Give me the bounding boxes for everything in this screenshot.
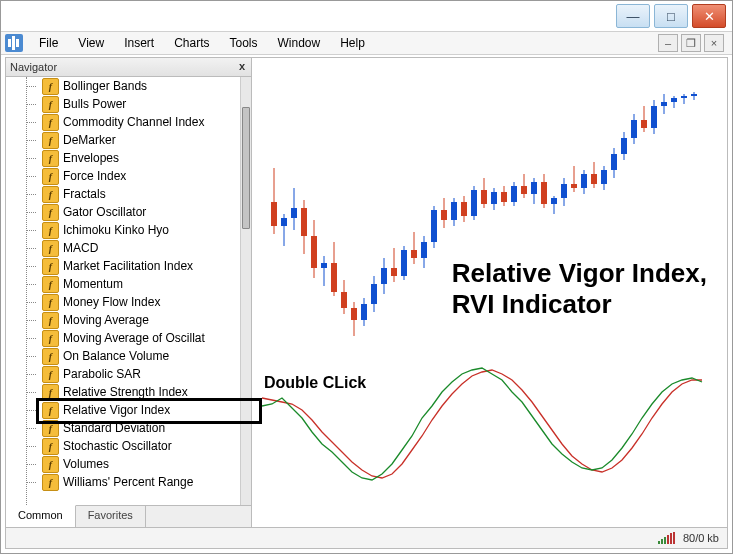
window-close-button[interactable]: ✕	[692, 4, 726, 28]
navigator-close-button[interactable]: x	[235, 59, 249, 73]
annotation-chart-title: Relative Vigor Index, RVI Indicator	[452, 258, 707, 320]
tree-item[interactable]: fWilliams' Percent Range	[6, 473, 241, 491]
tree-item[interactable]: fMoving Average	[6, 311, 241, 329]
tree-item[interactable]: fMarket Facilitation Index	[6, 257, 241, 275]
mdi-minimize-button[interactable]: –	[658, 34, 678, 52]
tree-item-label: Envelopes	[63, 151, 119, 165]
svg-rect-29	[411, 250, 417, 258]
svg-rect-63	[581, 174, 587, 188]
svg-rect-27	[401, 250, 407, 276]
navigator-tree[interactable]: fBollinger BandsfBulls PowerfCommodity C…	[6, 77, 241, 505]
indicator-icon: f	[42, 456, 59, 473]
tree-item-label: Williams' Percent Range	[63, 475, 193, 489]
indicator-icon: f	[42, 330, 59, 347]
indicator-icon: f	[42, 114, 59, 131]
navigator-scrollbar[interactable]	[240, 77, 251, 505]
svg-rect-1	[271, 202, 277, 226]
tree-item-label: Volumes	[63, 457, 109, 471]
tree-item[interactable]: fParabolic SAR	[6, 365, 241, 383]
menu-help[interactable]: Help	[330, 34, 375, 52]
svg-rect-73	[631, 120, 637, 138]
navigator-tab-favorites[interactable]: Favorites	[76, 506, 146, 528]
tree-item[interactable]: fEnvelopes	[6, 149, 241, 167]
tree-item[interactable]: fOn Balance Volume	[6, 347, 241, 365]
svg-rect-67	[601, 170, 607, 184]
indicator-icon: f	[42, 258, 59, 275]
tree-item-label: Fractals	[63, 187, 106, 201]
svg-rect-59	[561, 184, 567, 198]
tree-item-label: On Balance Volume	[63, 349, 169, 363]
svg-rect-43	[481, 190, 487, 204]
svg-rect-45	[491, 192, 497, 204]
svg-rect-39	[461, 202, 467, 216]
tree-item[interactable]: fMomentum	[6, 275, 241, 293]
menu-window[interactable]: Window	[268, 34, 331, 52]
menu-charts[interactable]: Charts	[164, 34, 219, 52]
titlebar: — □ ✕	[1, 1, 732, 32]
indicator-icon: f	[42, 348, 59, 365]
tree-item[interactable]: fGator Oscillator	[6, 203, 241, 221]
tree-item[interactable]: fStandard Deviation	[6, 419, 241, 437]
tree-item[interactable]: fRelative Strength Index	[6, 383, 241, 401]
tree-item-label: Parabolic SAR	[63, 367, 141, 381]
workspace: Navigator x fBollinger BandsfBulls Power…	[5, 57, 728, 529]
tree-item-label: Commodity Channel Index	[63, 115, 204, 129]
navigator-tab-common[interactable]: Common	[6, 505, 76, 528]
mdi-restore-button[interactable]: ❐	[681, 34, 701, 52]
tree-item[interactable]: fMACD	[6, 239, 241, 257]
connection-bars-icon	[658, 532, 675, 544]
indicator-icon: f	[42, 402, 59, 419]
menu-insert[interactable]: Insert	[114, 34, 164, 52]
svg-rect-25	[391, 268, 397, 276]
indicator-icon: f	[42, 366, 59, 383]
tree-item[interactable]: fMoney Flow Index	[6, 293, 241, 311]
indicator-icon: f	[42, 168, 59, 185]
indicator-icon: f	[42, 204, 59, 221]
svg-rect-49	[511, 186, 517, 202]
indicator-icon: f	[42, 312, 59, 329]
tree-item[interactable]: fBollinger Bands	[6, 77, 241, 95]
svg-rect-13	[331, 263, 337, 292]
svg-rect-17	[351, 308, 357, 320]
indicator-icon: f	[42, 150, 59, 167]
mdi-close-button[interactable]: ×	[704, 34, 724, 52]
window-minimize-button[interactable]: —	[616, 4, 650, 28]
svg-rect-71	[621, 138, 627, 154]
tree-item-label: DeMarker	[63, 133, 116, 147]
svg-rect-65	[591, 174, 597, 184]
menu-view[interactable]: View	[68, 34, 114, 52]
navigator-title-label: Navigator	[10, 61, 57, 73]
tree-item-label: Momentum	[63, 277, 123, 291]
connection-status: 80/0 kb	[683, 532, 719, 544]
tree-item-label: Relative Strength Index	[63, 385, 188, 399]
tree-item[interactable]: fRelative Vigor Index	[6, 401, 241, 419]
tree-item-label: Moving Average	[63, 313, 149, 327]
menu-file[interactable]: File	[29, 34, 68, 52]
svg-rect-85	[691, 94, 697, 96]
svg-rect-19	[361, 304, 367, 320]
tree-item[interactable]: fStochastic Oscillator	[6, 437, 241, 455]
tree-item[interactable]: fDeMarker	[6, 131, 241, 149]
tree-item-label: Gator Oscillator	[63, 205, 146, 219]
indicator-icon: f	[42, 420, 59, 437]
menu-tools[interactable]: Tools	[220, 34, 268, 52]
tree-item[interactable]: fForce Index	[6, 167, 241, 185]
indicator-icon: f	[42, 474, 59, 491]
navigator-tabs: Common Favorites	[6, 505, 251, 528]
indicator-icon: f	[42, 240, 59, 257]
tree-item-label: Bulls Power	[63, 97, 126, 111]
scrollbar-thumb[interactable]	[242, 107, 250, 229]
window-maximize-button[interactable]: □	[654, 4, 688, 28]
annotation-line-1: Relative Vigor Index,	[452, 258, 707, 289]
tree-item[interactable]: fCommodity Channel Index	[6, 113, 241, 131]
tree-item[interactable]: fBulls Power	[6, 95, 241, 113]
tree-item[interactable]: fFractals	[6, 185, 241, 203]
tree-item[interactable]: fIchimoku Kinko Hyo	[6, 221, 241, 239]
chart-area[interactable]: Double CLick Relative Vigor Index, RVI I…	[252, 58, 727, 528]
svg-rect-31	[421, 242, 427, 258]
app-window: — □ ✕ File View Insert Charts Tools Wind…	[0, 0, 733, 554]
tree-item[interactable]: fMoving Average of Oscillat	[6, 329, 241, 347]
tree-item[interactable]: fVolumes	[6, 455, 241, 473]
indicator-icon: f	[42, 78, 59, 95]
svg-rect-79	[661, 102, 667, 106]
